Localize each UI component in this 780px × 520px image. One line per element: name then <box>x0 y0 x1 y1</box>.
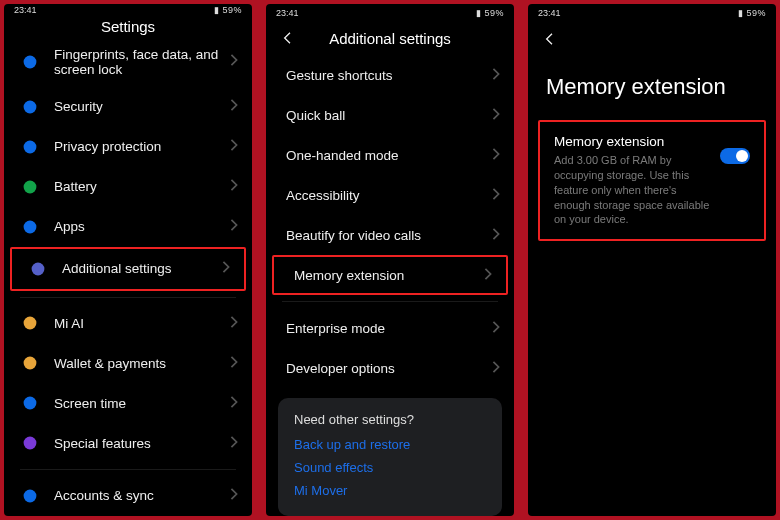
link-mi-mover[interactable]: Mi Mover <box>294 483 486 498</box>
settings-item-label: Battery <box>54 179 230 194</box>
divider <box>20 297 236 298</box>
settings-screen: 23:41 ▮ 59% Settings Fingerprints, face … <box>4 4 252 516</box>
chevron-right-icon <box>492 108 500 123</box>
card-heading: Need other settings? <box>294 412 486 427</box>
settings-item[interactable]: Special features <box>4 423 252 463</box>
settings-item[interactable]: Privacy protection <box>4 127 252 167</box>
settings-item[interactable]: Quick ball <box>266 95 514 135</box>
settings-item[interactable]: Gesture shortcuts <box>266 55 514 95</box>
star-icon <box>20 433 40 453</box>
settings-item-label: Mi AI <box>54 316 230 331</box>
settings-item[interactable]: Wallet & payments <box>4 343 252 383</box>
memory-extension-row[interactable]: Memory extension Add 3.00 GB of RAM by o… <box>538 120 766 241</box>
svg-point-2 <box>24 140 37 153</box>
back-button[interactable] <box>542 31 558 47</box>
svg-point-10 <box>24 490 37 503</box>
settings-item[interactable]: Beautify for video calls <box>266 215 514 255</box>
page-title: Settings <box>18 18 238 35</box>
chevron-right-icon <box>492 188 500 203</box>
link-backup-restore[interactable]: Back up and restore <box>294 437 486 452</box>
header: Settings <box>4 15 252 36</box>
need-other-settings-card: Need other settings? Back up and restore… <box>278 398 502 516</box>
chevron-right-icon <box>230 139 238 154</box>
settings-item-label: Enterprise mode <box>286 321 492 336</box>
chevron-right-icon <box>230 219 238 234</box>
settings-item[interactable]: Memory extension <box>272 255 508 295</box>
status-icons: ▮ 59% <box>738 8 766 18</box>
sync-icon <box>20 486 40 506</box>
settings-item[interactable]: Developer options <box>266 348 514 388</box>
settings-item[interactable]: Fingerprints, face data, and screen lock <box>4 37 252 87</box>
settings-item[interactable]: Accounts & sync <box>4 476 252 516</box>
settings-list: Gesture shortcutsQuick ballOne-handed mo… <box>266 55 514 295</box>
settings-item[interactable]: Apps <box>4 207 252 247</box>
memory-extension-screen: 23:41 ▮ 59% Memory extension Memory exte… <box>528 4 776 516</box>
settings-item-label: Accessibility <box>286 188 492 203</box>
settings-item-label: Memory extension <box>294 268 484 283</box>
svg-point-7 <box>24 357 37 370</box>
header <box>528 22 776 56</box>
settings-item[interactable]: Battery <box>4 167 252 207</box>
link-sound-effects[interactable]: Sound effects <box>294 460 486 475</box>
battery-icon: ▮ <box>214 5 220 15</box>
settings-item-label: Accounts & sync <box>54 488 230 503</box>
page-title: Additional settings <box>296 30 484 47</box>
chevron-right-icon <box>230 54 238 69</box>
fingerprint-icon <box>20 52 40 72</box>
settings-item-label: Developer options <box>286 361 492 376</box>
chevron-right-icon <box>230 436 238 451</box>
memory-extension-label: Memory extension <box>554 134 712 149</box>
settings-item-label: Quick ball <box>286 108 492 123</box>
settings-item-label: Wallet & payments <box>54 356 230 371</box>
svg-point-8 <box>24 397 37 410</box>
settings-list-2: Enterprise modeDeveloper options <box>266 308 514 388</box>
settings-item-label: One-handed mode <box>286 148 492 163</box>
chevron-right-icon <box>484 268 492 283</box>
chevron-right-icon <box>222 261 230 276</box>
svg-point-3 <box>24 180 37 193</box>
chevron-right-icon <box>230 179 238 194</box>
settings-item-label: Special features <box>54 436 230 451</box>
settings-list-3: Accounts & sync <box>4 476 252 516</box>
settings-item-label: Gesture shortcuts <box>286 68 492 83</box>
chevron-right-icon <box>230 488 238 503</box>
shield-icon <box>20 97 40 117</box>
settings-list-2: Mi AIWallet & paymentsScreen timeSpecial… <box>4 303 252 463</box>
memory-extension-desc: Add 3.00 GB of RAM by occupying storage.… <box>554 153 712 227</box>
battery-icon: ▮ <box>738 8 744 18</box>
svg-point-1 <box>24 100 37 113</box>
status-icons: ▮ 59% <box>214 5 242 15</box>
chevron-right-icon <box>492 321 500 336</box>
settings-item[interactable]: Enterprise mode <box>266 308 514 348</box>
divider <box>20 469 236 470</box>
back-button[interactable] <box>280 30 296 46</box>
settings-item[interactable]: Additional settings <box>10 247 246 291</box>
status-time: 23:41 <box>276 8 299 18</box>
settings-item[interactable]: One-handed mode <box>266 135 514 175</box>
settings-item-label: Privacy protection <box>54 139 230 154</box>
settings-item-label: Screen time <box>54 396 230 411</box>
page-title: Memory extension <box>528 56 776 112</box>
battery-icon: ▮ <box>476 8 482 18</box>
settings-item[interactable]: Accessibility <box>266 175 514 215</box>
svg-point-4 <box>24 220 37 233</box>
status-bar: 23:41 ▮ 59% <box>266 4 514 22</box>
svg-point-6 <box>24 317 37 330</box>
svg-point-5 <box>32 262 45 275</box>
svg-point-0 <box>24 55 37 68</box>
settings-item[interactable]: Screen time <box>4 383 252 423</box>
lock-icon <box>20 137 40 157</box>
chevron-right-icon <box>230 99 238 114</box>
chevron-right-icon <box>230 356 238 371</box>
battery-icon <box>20 177 40 197</box>
divider <box>282 301 498 302</box>
settings-item[interactable]: Mi AI <box>4 303 252 343</box>
settings-item[interactable]: Security <box>4 87 252 127</box>
memory-extension-toggle[interactable] <box>720 148 750 164</box>
settings-item-label: Security <box>54 99 230 114</box>
status-bar: 23:41 ▮ 59% <box>4 4 252 15</box>
battery-percent: 59% <box>484 8 504 18</box>
battery-percent: 59% <box>222 5 242 15</box>
sliders-icon <box>28 259 48 279</box>
settings-list: Fingerprints, face data, and screen lock… <box>4 37 252 291</box>
